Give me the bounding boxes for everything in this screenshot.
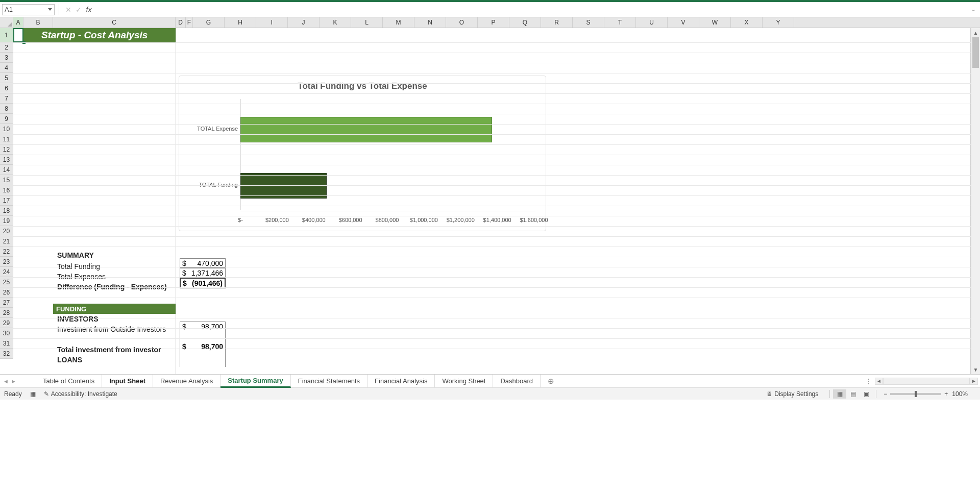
row-header-21[interactable]: 21 — [0, 236, 13, 246]
row-header-15[interactable]: 15 — [0, 175, 13, 185]
col-header-P[interactable]: P — [478, 17, 509, 28]
hscroll-right-icon[interactable]: ► — [970, 378, 978, 385]
scroll-up-icon[interactable]: ▲ — [971, 28, 980, 37]
page-layout-view-icon[interactable]: ▤ — [846, 389, 860, 399]
row-header-2[interactable]: 2 — [0, 42, 13, 53]
col-header-Y[interactable]: Y — [763, 17, 794, 28]
col-header-C[interactable]: C — [53, 17, 176, 28]
zoom-out-icon[interactable]: − — [884, 390, 887, 398]
select-all-corner[interactable] — [0, 17, 13, 28]
row-header-32[interactable]: 32 — [0, 349, 13, 359]
accessibility-status[interactable]: ✎ Accessibility: Investigate — [44, 390, 117, 398]
col-header-N[interactable]: N — [414, 17, 446, 28]
normal-view-icon[interactable]: ▦ — [833, 389, 846, 399]
row-header-11[interactable]: 11 — [0, 134, 13, 144]
col-header-R[interactable]: R — [541, 17, 573, 28]
zoom-level[interactable]: 100% — [952, 390, 968, 398]
row-header-29[interactable]: 29 — [0, 318, 13, 328]
col-header-K[interactable]: K — [320, 17, 351, 28]
row-header-27[interactable]: 27 — [0, 298, 13, 308]
col-header-L[interactable]: L — [351, 17, 383, 28]
col-header-J[interactable]: J — [288, 17, 320, 28]
vertical-scrollbar[interactable]: ▲ ▼ — [971, 28, 980, 374]
sheet-tab[interactable]: Table of Contents — [36, 375, 102, 388]
display-settings-button[interactable]: 🖥 Display Settings — [766, 390, 818, 398]
col-header-Q[interactable]: Q — [509, 17, 541, 28]
row-header-16[interactable]: 16 — [0, 185, 13, 195]
row-header-1[interactable]: 1 — [0, 28, 13, 42]
col-header-W[interactable]: W — [699, 17, 731, 28]
col-header-U[interactable]: U — [636, 17, 668, 28]
row-header-26[interactable]: 26 — [0, 287, 13, 298]
tab-nav-next-icon[interactable]: ► — [11, 378, 16, 384]
name-box[interactable]: A1 — [2, 4, 55, 15]
col-header-H[interactable]: H — [225, 17, 256, 28]
macro-record-icon[interactable]: ▦ — [30, 390, 36, 398]
row-header-31[interactable]: 31 — [0, 338, 13, 349]
sheet-tab[interactable]: Startup Summary — [220, 375, 290, 388]
chart-x-tick: $600,000 — [339, 217, 362, 223]
col-header-F[interactable]: F — [186, 17, 193, 28]
add-sheet-button[interactable]: ⊕ — [541, 375, 561, 388]
row-header-12[interactable]: 12 — [0, 144, 13, 155]
row-header-13[interactable]: 13 — [0, 155, 13, 165]
row-header-20[interactable]: 20 — [0, 226, 13, 236]
scroll-thumb[interactable] — [972, 37, 979, 68]
row-header-25[interactable]: 25 — [0, 277, 13, 287]
column-headers: ABCDFGHIJKLMNOPQRSTUVWXY — [0, 17, 980, 28]
row-header-5[interactable]: 5 — [0, 73, 13, 83]
total-investor-label: Total Investment from Investor — [57, 346, 161, 354]
sheet-tab[interactable]: Financial Statements — [291, 375, 368, 388]
investors-heading: INVESTORS — [57, 315, 99, 323]
row-header-3[interactable]: 3 — [0, 53, 13, 63]
expand-formula-bar-icon[interactable]: ⌄ — [969, 7, 978, 12]
investor-row-label: Investment from Outside Investors — [57, 325, 166, 333]
row-header-7[interactable]: 7 — [0, 93, 13, 104]
row-header-30[interactable]: 30 — [0, 328, 13, 338]
col-header-V[interactable]: V — [668, 17, 699, 28]
row-header-17[interactable]: 17 — [0, 195, 13, 206]
sheet-tab[interactable]: Input Sheet — [102, 375, 153, 388]
col-header-B[interactable]: B — [23, 17, 53, 28]
page-break-view-icon[interactable]: ▣ — [860, 389, 873, 399]
row-header-19[interactable]: 19 — [0, 216, 13, 226]
row-header-9[interactable]: 9 — [0, 114, 13, 124]
chart-x-tick: $1,400,000 — [483, 217, 511, 223]
row-header-8[interactable]: 8 — [0, 104, 13, 114]
row-header-14[interactable]: 14 — [0, 165, 13, 175]
scroll-down-icon[interactable]: ▼ — [971, 365, 980, 374]
col-header-M[interactable]: M — [383, 17, 414, 28]
cells-area[interactable]: Startup - Cost Analysis Total Funding vs… — [13, 28, 980, 374]
row-header-22[interactable]: 22 — [0, 246, 13, 257]
col-header-A[interactable]: A — [13, 17, 23, 28]
col-header-S[interactable]: S — [573, 17, 604, 28]
sheet-tab[interactable]: Financial Analysis — [368, 375, 435, 388]
col-header-D[interactable]: D — [176, 17, 186, 28]
zoom-slider[interactable]: − + — [884, 390, 948, 398]
col-header-G[interactable]: G — [193, 17, 225, 28]
sheet-tab[interactable]: Dashboard — [493, 375, 541, 388]
sheet-tab[interactable]: Working Sheet — [435, 375, 493, 388]
row-header-24[interactable]: 24 — [0, 267, 13, 277]
total-investor-value: $98,700 — [180, 341, 226, 352]
zoom-in-icon[interactable]: + — [944, 390, 948, 398]
tab-nav[interactable]: ◄ ► — [0, 378, 36, 384]
row-header-23[interactable]: 23 — [0, 257, 13, 267]
fx-icon[interactable]: fx — [84, 6, 94, 14]
hscroll-track[interactable] — [883, 378, 970, 385]
row-header-10[interactable]: 10 — [0, 124, 13, 134]
hscroll-left-icon[interactable]: ◄ — [875, 378, 883, 385]
sheet-tab[interactable]: Revenue Analysis — [153, 375, 220, 388]
formula-input[interactable] — [94, 4, 969, 15]
tab-nav-prev-icon[interactable]: ◄ — [3, 378, 9, 384]
col-header-X[interactable]: X — [731, 17, 763, 28]
row-header-28[interactable]: 28 — [0, 308, 13, 318]
row-header-18[interactable]: 18 — [0, 206, 13, 216]
chart[interactable]: Total Funding vs Total Expense TOTAL Exp… — [179, 76, 546, 231]
active-cell[interactable] — [13, 28, 23, 42]
row-header-6[interactable]: 6 — [0, 83, 13, 93]
col-header-T[interactable]: T — [604, 17, 636, 28]
col-header-I[interactable]: I — [256, 17, 288, 28]
col-header-O[interactable]: O — [446, 17, 478, 28]
row-header-4[interactable]: 4 — [0, 63, 13, 73]
